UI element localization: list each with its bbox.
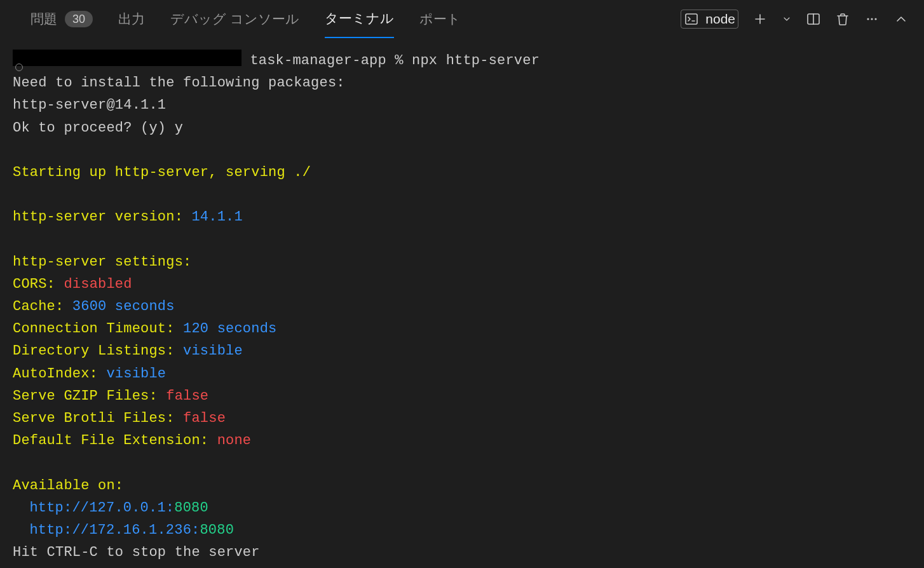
cache-line: Cache: 3600 seconds <box>13 295 911 318</box>
kill-terminal-button[interactable] <box>835 11 850 27</box>
stop-hint-line: Hit CTRL-C to stop the server <box>13 541 911 564</box>
terminal-shell-selector[interactable]: node <box>681 10 738 29</box>
tab-terminal[interactable]: ターミナル <box>325 0 394 38</box>
terminal-task-status-icon <box>15 64 23 71</box>
panel-tab-bar: 問題 30 出力 デバッグ コンソール ターミナル ポート node <box>0 0 924 38</box>
problems-count-badge: 30 <box>65 11 93 27</box>
available-label: Available on: <box>13 475 911 497</box>
terminal-launch-profile-dropdown[interactable] <box>782 14 792 24</box>
tab-ports[interactable]: ポート <box>419 0 461 38</box>
cors-line: CORS: disabled <box>13 273 911 295</box>
panel-actions: node <box>681 10 909 29</box>
tab-output-label: 出力 <box>118 0 145 38</box>
tab-output[interactable]: 出力 <box>118 0 145 38</box>
terminal-output[interactable]: task-manager-app % npx http-server Need … <box>0 38 924 564</box>
autoindex-line: AutoIndex: visible <box>13 363 911 385</box>
address-line-1: http://127.0.0.1:8080 <box>13 497 911 519</box>
chevron-up-icon <box>893 11 909 27</box>
package-name-line: http-server@14.1.1 <box>13 94 911 116</box>
svg-point-2 <box>867 18 869 20</box>
blank-line <box>13 139 911 161</box>
tab-terminal-label: ターミナル <box>325 0 394 37</box>
proceed-line: Ok to proceed? (y) y <box>13 117 911 139</box>
ellipsis-icon <box>864 11 880 27</box>
starting-line: Starting up http-server, serving ./ <box>13 161 911 184</box>
terminal-prompt-line: task-manager-app % npx http-server <box>13 50 911 72</box>
chevron-down-icon <box>782 14 792 24</box>
tab-debug-console[interactable]: デバッグ コンソール <box>170 0 299 38</box>
shell-name-label: node <box>705 11 735 27</box>
new-terminal-button[interactable] <box>752 11 768 27</box>
version-line: http-server version: 14.1.1 <box>13 206 911 228</box>
settings-header: http-server settings: <box>13 251 911 273</box>
svg-rect-0 <box>686 14 697 24</box>
defext-line: Default File Extension: none <box>13 429 911 452</box>
split-terminal-button[interactable] <box>806 11 821 27</box>
version-label: http-server version: <box>13 209 191 225</box>
timeout-line: Connection Timeout: 120 seconds <box>13 318 911 340</box>
tab-debug-console-label: デバッグ コンソール <box>170 0 299 38</box>
serving-path: ./ <box>294 165 311 180</box>
svg-point-4 <box>874 18 876 20</box>
split-panel-icon <box>806 11 821 27</box>
brotli-line: Serve Brotli Files: false <box>13 407 911 429</box>
gzip-line: Serve GZIP Files: false <box>13 385 911 407</box>
maximize-panel-button[interactable] <box>893 11 909 27</box>
tab-problems-label: 問題 <box>31 0 57 38</box>
version-value: 14.1.1 <box>191 209 242 225</box>
starting-text: Starting up http-server, serving <box>13 165 294 180</box>
install-prompt-line: Need to install the following packages: <box>13 72 911 94</box>
dirlist-line: Directory Listings: visible <box>13 340 911 362</box>
prompt-command: task-manager-app % npx http-server <box>241 50 540 72</box>
tab-problems[interactable]: 問題 30 <box>31 0 93 38</box>
address-line-2: http://172.16.1.236:8080 <box>13 519 911 541</box>
plus-icon <box>752 11 768 27</box>
tab-ports-label: ポート <box>419 0 461 38</box>
terminal-icon <box>684 11 699 27</box>
more-actions-button[interactable] <box>864 11 880 27</box>
redacted-user-host <box>13 50 241 66</box>
trash-icon <box>835 11 850 27</box>
svg-point-3 <box>871 18 873 20</box>
